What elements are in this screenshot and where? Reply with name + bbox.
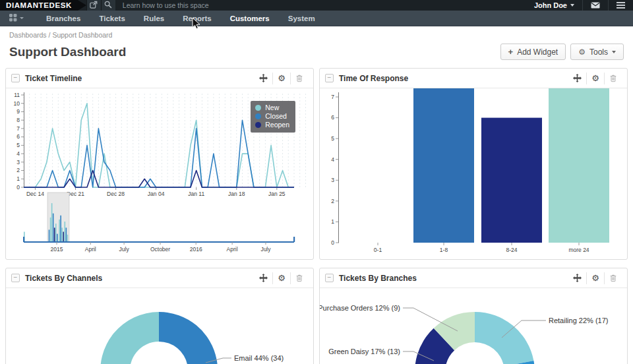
widget-tickets-by-channels: − Tickets By Channels ⚙ Email 44% (34) [5, 268, 314, 364]
svg-text:8: 8 [16, 117, 20, 123]
menu-button[interactable] [609, 0, 633, 11]
collapse-icon[interactable]: − [325, 274, 334, 282]
search-hint-text[interactable]: Learn how to use this space [123, 0, 209, 11]
gear-icon[interactable]: ⚙ [586, 272, 604, 284]
nav-item-tickets[interactable]: Tickets [90, 11, 134, 26]
collapse-icon[interactable]: − [325, 74, 334, 82]
svg-text:4: 4 [16, 150, 20, 157]
move-icon[interactable] [568, 272, 586, 284]
svg-text:8-24: 8-24 [506, 247, 517, 253]
widget-title: Tickets By Branches [339, 274, 417, 283]
svg-text:April: April [85, 246, 96, 253]
mouse-cursor [192, 17, 200, 32]
hamburger-icon [617, 0, 625, 11]
collapse-icon[interactable]: − [11, 74, 20, 82]
svg-text:3: 3 [16, 159, 20, 166]
brand-logo[interactable]: DIAMANTEDESK [0, 0, 86, 11]
add-widget-label: Add Widget [517, 47, 558, 57]
gear-icon[interactable]: ⚙ [272, 73, 290, 84]
tickets-by-channels-chart[interactable]: Email 44% (34) [6, 288, 313, 364]
svg-text:Retailing 22% (17): Retailing 22% (17) [549, 317, 609, 324]
svg-text:Jan 11: Jan 11 [188, 191, 204, 197]
svg-text:Dec 28: Dec 28 [107, 191, 125, 197]
legend-dot-new [255, 105, 261, 111]
svg-text:more 24: more 24 [568, 247, 589, 253]
ticket-timeline-chart[interactable]: NewClosedReopen 01234567891011Dec 14Dec … [6, 88, 313, 258]
widget-header: − Tickets By Channels ⚙ [6, 268, 313, 288]
svg-text:0: 0 [16, 184, 20, 191]
goto-button[interactable] [86, 0, 101, 11]
page-actions: + Add Widget ⚙ Tools [500, 44, 624, 60]
svg-text:July: July [119, 246, 130, 253]
caret-down-icon [612, 51, 616, 53]
widget-header: − Ticket Timeline ⚙ [6, 69, 313, 88]
plus-icon: + [508, 47, 514, 57]
svg-text:6: 6 [16, 133, 20, 140]
trash-icon[interactable] [604, 272, 622, 284]
svg-text:Jan 25: Jan 25 [268, 191, 286, 197]
breadcrumb-parent[interactable]: Dashboards [9, 31, 47, 39]
svg-text:0-1: 0-1 [374, 247, 382, 253]
widget-time-of-response: − Time Of Response ⚙ 012345670-11-88-24m… [319, 68, 628, 260]
topbar-right: John Doe [526, 0, 633, 11]
nav-item-rules[interactable]: Rules [135, 11, 173, 26]
dashboard-grid: − Ticket Timeline ⚙ NewClosedReopen 0123… [5, 68, 628, 364]
svg-text:July: July [260, 246, 271, 253]
svg-text:2015: 2015 [51, 246, 63, 253]
svg-text:1: 1 [331, 218, 334, 225]
svg-text:5: 5 [16, 142, 20, 148]
nav-item-system[interactable]: System [279, 11, 324, 26]
widget-tickets-by-branches: − Tickets By Branches ⚙ Purchase Orders … [319, 268, 628, 364]
caret-down-icon [570, 4, 574, 7]
svg-text:Dec 14: Dec 14 [26, 191, 44, 197]
trash-icon[interactable] [290, 73, 308, 84]
apps-grid-icon [9, 13, 17, 24]
search-button[interactable] [101, 0, 115, 11]
widget-header: − Tickets By Branches ⚙ [320, 268, 627, 288]
move-icon[interactable] [568, 73, 586, 84]
tools-button[interactable]: ⚙ Tools [570, 44, 624, 60]
top-bar: DIAMANTEDESK Learn how to use this space… [0, 0, 633, 11]
main-nav: Branches Tickets Rules Reports Customers… [0, 11, 633, 26]
goto-square-arrow-icon [90, 0, 98, 11]
svg-text:7: 7 [16, 125, 20, 132]
svg-text:Purchase Orders 12% (9): Purchase Orders 12% (9) [320, 304, 400, 312]
svg-text:4: 4 [331, 156, 334, 163]
gear-icon: ⚙ [578, 47, 586, 57]
time-of-response-chart[interactable]: 012345670-11-88-24more 24 [320, 88, 627, 258]
envelope-icon [591, 0, 600, 11]
add-widget-button[interactable]: + Add Widget [500, 44, 566, 60]
widget-actions: ⚙ [255, 272, 308, 284]
page-title: Support Dashboard [9, 45, 126, 59]
user-name: John Doe [534, 1, 567, 9]
trash-icon[interactable] [604, 73, 622, 84]
legend-label: Closed [265, 112, 287, 121]
widget-title: Tickets By Channels [25, 274, 102, 283]
trash-icon[interactable] [290, 272, 308, 284]
widget-title: Ticket Timeline [25, 74, 82, 83]
svg-text:5: 5 [331, 135, 334, 142]
svg-text:2: 2 [331, 198, 334, 204]
svg-text:6: 6 [331, 114, 334, 121]
move-icon[interactable] [255, 73, 272, 84]
widget-actions: ⚙ [568, 73, 622, 84]
breadcrumb: Dashboards / Support Dashboard [0, 26, 633, 39]
user-menu[interactable]: John Doe [526, 0, 582, 11]
svg-text:9: 9 [16, 108, 20, 115]
legend-label: New [265, 104, 279, 112]
messages-button[interactable] [583, 0, 608, 11]
apps-menu[interactable] [8, 13, 30, 24]
nav-item-branches[interactable]: Branches [37, 11, 90, 26]
svg-text:1: 1 [16, 175, 20, 182]
tickets-by-branches-chart[interactable]: Purchase Orders 12% (9)Retailing 22% (17… [320, 288, 627, 364]
collapse-icon[interactable]: − [11, 274, 20, 282]
widget-ticket-timeline: − Ticket Timeline ⚙ NewClosedReopen 0123… [5, 68, 314, 260]
gear-icon[interactable]: ⚙ [586, 73, 604, 84]
widget-title: Time Of Response [339, 74, 408, 83]
gear-icon[interactable]: ⚙ [272, 272, 290, 284]
legend-dot-closed [255, 113, 261, 119]
nav-item-customers[interactable]: Customers [221, 11, 279, 26]
svg-text:2016: 2016 [190, 246, 202, 253]
caret-down-icon [20, 17, 24, 19]
move-icon[interactable] [255, 272, 272, 284]
